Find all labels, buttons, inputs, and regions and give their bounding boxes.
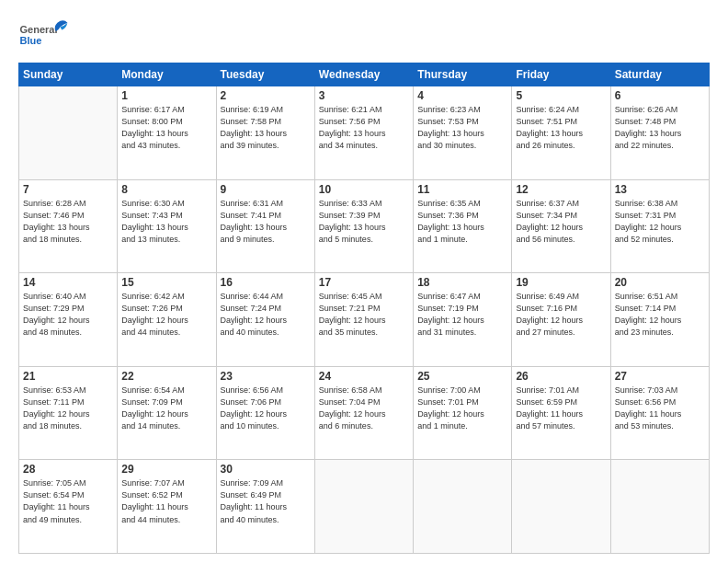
day-info: Sunrise: 6:31 AM Sunset: 7:41 PM Dayligh… [221,198,311,246]
day-number: 14 [23,276,113,289]
calendar-cell: 6Sunrise: 6:26 AM Sunset: 7:48 PM Daylig… [610,86,709,180]
day-info: Sunrise: 6:24 AM Sunset: 7:51 PM Dayligh… [516,104,606,152]
day-number: 17 [319,276,409,289]
page: General Blue SundayMondayTuesdayWednesda… [0,0,728,563]
calendar-cell: 26Sunrise: 7:01 AM Sunset: 6:59 PM Dayli… [512,366,610,460]
day-number: 10 [319,183,409,196]
day-info: Sunrise: 7:01 AM Sunset: 6:59 PM Dayligh… [516,385,606,432]
calendar-cell: 9Sunrise: 6:31 AM Sunset: 7:41 PM Daylig… [216,179,314,273]
calendar-cell: 24Sunrise: 6:58 AM Sunset: 7:04 PM Dayli… [314,366,413,460]
svg-text:Blue: Blue [20,35,42,46]
calendar-cell: 1Sunrise: 6:17 AM Sunset: 8:00 PM Daylig… [118,86,216,180]
day-info: Sunrise: 6:35 AM Sunset: 7:36 PM Dayligh… [417,198,507,246]
weekday-header-saturday: Saturday [610,63,709,86]
day-info: Sunrise: 6:28 AM Sunset: 7:46 PM Dayligh… [23,198,113,246]
calendar-cell [512,460,610,554]
calendar-cell: 5Sunrise: 6:24 AM Sunset: 7:51 PM Daylig… [512,86,610,180]
day-number: 6 [615,89,705,102]
calendar-cell: 25Sunrise: 7:00 AM Sunset: 7:01 PM Dayli… [414,366,512,460]
calendar-cell: 29Sunrise: 7:07 AM Sunset: 6:52 PM Dayli… [118,460,216,554]
calendar-cell: 28Sunrise: 7:05 AM Sunset: 6:54 PM Dayli… [19,460,118,554]
calendar-cell [314,460,413,554]
day-info: Sunrise: 6:58 AM Sunset: 7:04 PM Dayligh… [319,385,409,432]
calendar-cell: 10Sunrise: 6:33 AM Sunset: 7:39 PM Dayli… [314,179,413,273]
calendar-cell: 7Sunrise: 6:28 AM Sunset: 7:46 PM Daylig… [19,179,118,273]
calendar-cell: 30Sunrise: 7:09 AM Sunset: 6:49 PM Dayli… [216,460,314,554]
calendar-table: SundayMondayTuesdayWednesdayThursdayFrid… [18,63,710,554]
weekday-header-sunday: Sunday [19,63,118,86]
calendar-cell: 15Sunrise: 6:42 AM Sunset: 7:26 PM Dayli… [118,273,216,367]
day-info: Sunrise: 6:30 AM Sunset: 7:43 PM Dayligh… [121,198,211,246]
logo: General Blue [18,17,69,53]
day-info: Sunrise: 6:38 AM Sunset: 7:31 PM Dayligh… [615,198,705,246]
day-number: 24 [319,370,409,383]
day-number: 4 [417,89,507,102]
day-info: Sunrise: 6:54 AM Sunset: 7:09 PM Dayligh… [121,385,211,432]
day-number: 26 [516,370,606,383]
calendar-cell: 14Sunrise: 6:40 AM Sunset: 7:29 PM Dayli… [19,273,118,367]
day-number: 23 [221,370,311,383]
calendar-cell: 8Sunrise: 6:30 AM Sunset: 7:43 PM Daylig… [118,179,216,273]
day-number: 19 [516,276,606,289]
day-number: 12 [516,183,606,196]
calendar-week-2: 7Sunrise: 6:28 AM Sunset: 7:46 PM Daylig… [19,179,710,273]
weekday-header-thursday: Thursday [414,63,512,86]
calendar-cell: 21Sunrise: 6:53 AM Sunset: 7:11 PM Dayli… [19,366,118,460]
calendar-cell: 2Sunrise: 6:19 AM Sunset: 7:58 PM Daylig… [216,86,314,180]
day-number: 15 [121,276,211,289]
day-info: Sunrise: 6:47 AM Sunset: 7:19 PM Dayligh… [417,291,507,339]
calendar-cell: 4Sunrise: 6:23 AM Sunset: 7:53 PM Daylig… [414,86,512,180]
day-number: 22 [121,370,211,383]
day-info: Sunrise: 6:42 AM Sunset: 7:26 PM Dayligh… [121,291,211,339]
day-info: Sunrise: 6:37 AM Sunset: 7:34 PM Dayligh… [516,198,606,246]
day-info: Sunrise: 6:45 AM Sunset: 7:21 PM Dayligh… [319,291,409,339]
weekday-header-monday: Monday [118,63,216,86]
day-number: 11 [417,183,507,196]
day-info: Sunrise: 6:40 AM Sunset: 7:29 PM Dayligh… [23,291,113,339]
calendar-cell: 12Sunrise: 6:37 AM Sunset: 7:34 PM Dayli… [512,179,610,273]
day-number: 7 [23,183,113,196]
weekday-header-tuesday: Tuesday [216,63,314,86]
day-info: Sunrise: 7:03 AM Sunset: 6:56 PM Dayligh… [615,385,705,432]
calendar-week-3: 14Sunrise: 6:40 AM Sunset: 7:29 PM Dayli… [19,273,710,367]
calendar-cell: 20Sunrise: 6:51 AM Sunset: 7:14 PM Dayli… [610,273,709,367]
calendar-cell: 11Sunrise: 6:35 AM Sunset: 7:36 PM Dayli… [414,179,512,273]
calendar-cell [610,460,709,554]
day-number: 30 [221,463,311,476]
day-info: Sunrise: 6:56 AM Sunset: 7:06 PM Dayligh… [221,385,311,432]
day-info: Sunrise: 7:09 AM Sunset: 6:49 PM Dayligh… [221,477,311,525]
calendar-cell: 13Sunrise: 6:38 AM Sunset: 7:31 PM Dayli… [610,179,709,273]
day-info: Sunrise: 6:23 AM Sunset: 7:53 PM Dayligh… [417,104,507,152]
day-info: Sunrise: 6:21 AM Sunset: 7:56 PM Dayligh… [319,104,409,152]
calendar-week-4: 21Sunrise: 6:53 AM Sunset: 7:11 PM Dayli… [19,366,710,460]
day-number: 29 [121,463,211,476]
calendar-cell: 3Sunrise: 6:21 AM Sunset: 7:56 PM Daylig… [314,86,413,180]
day-info: Sunrise: 6:49 AM Sunset: 7:16 PM Dayligh… [516,291,606,339]
day-info: Sunrise: 7:00 AM Sunset: 7:01 PM Dayligh… [417,385,507,432]
day-info: Sunrise: 6:17 AM Sunset: 8:00 PM Dayligh… [121,104,211,152]
calendar-cell [414,460,512,554]
day-number: 13 [615,183,705,196]
day-number: 5 [516,89,606,102]
logo-icon: General Blue [18,17,69,53]
day-number: 8 [121,183,211,196]
day-info: Sunrise: 7:05 AM Sunset: 6:54 PM Dayligh… [23,477,113,525]
day-info: Sunrise: 7:07 AM Sunset: 6:52 PM Dayligh… [121,477,211,525]
day-info: Sunrise: 6:51 AM Sunset: 7:14 PM Dayligh… [615,291,705,339]
calendar-cell [19,86,118,180]
day-info: Sunrise: 6:44 AM Sunset: 7:24 PM Dayligh… [221,291,311,339]
day-number: 18 [417,276,507,289]
weekday-header-friday: Friday [512,63,610,86]
calendar-cell: 16Sunrise: 6:44 AM Sunset: 7:24 PM Dayli… [216,273,314,367]
calendar-cell: 17Sunrise: 6:45 AM Sunset: 7:21 PM Dayli… [314,273,413,367]
calendar-cell: 18Sunrise: 6:47 AM Sunset: 7:19 PM Dayli… [414,273,512,367]
day-number: 1 [121,89,211,102]
day-number: 3 [319,89,409,102]
day-number: 16 [221,276,311,289]
svg-text:General: General [20,24,58,35]
day-number: 25 [417,370,507,383]
day-number: 21 [23,370,113,383]
weekday-header-wednesday: Wednesday [314,63,413,86]
calendar-cell: 22Sunrise: 6:54 AM Sunset: 7:09 PM Dayli… [118,366,216,460]
day-info: Sunrise: 6:53 AM Sunset: 7:11 PM Dayligh… [23,385,113,432]
